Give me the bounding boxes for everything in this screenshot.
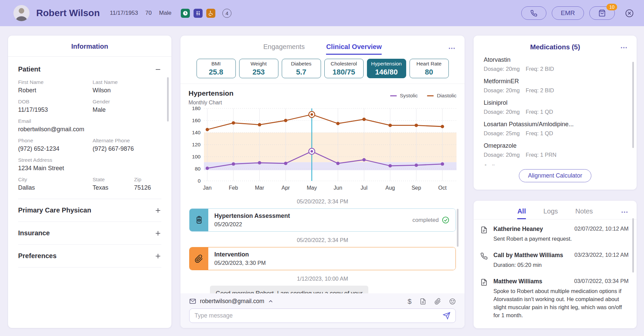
send-icon[interactable] [443,312,450,320]
entry-timestamp: 02/07/2022, 10:12 AM [575,226,629,233]
scrollbar-thumb[interactable] [457,209,459,247]
collapse-minus-icon[interactable] [155,66,161,73]
svg-text:160: 160 [192,117,201,123]
overflow-menu-icon[interactable] [621,208,629,216]
medications-list: Atorvastin Dosage: 20mg Freq: 2 BID Metf… [474,53,637,165]
field-label: Street Address [18,157,161,163]
chevron-up-icon[interactable] [268,299,273,304]
metric-value: 5.7 [296,68,307,77]
expand-plus-icon[interactable] [155,253,161,259]
info-section-row[interactable]: Preferences [18,245,161,268]
field-label: Gender [93,99,161,105]
intervention-card[interactable]: Intervention 05/20/2023, 3:30 PM [189,247,456,270]
medication-item[interactable]: Lisiniprol Dosage: 20mg Freq: 1 QD [484,99,627,115]
overflow-menu-icon[interactable] [448,44,456,52]
metric-chip[interactable]: Weight 253 [239,59,278,78]
expand-plus-icon[interactable] [155,230,161,237]
medication-name: MetforminER [484,78,627,85]
metric-chip[interactable]: BMI 25.8 [197,59,236,78]
metric-label: Cholesterol [331,61,357,67]
info-section-row[interactable]: Insurance [18,222,161,245]
activity-entry[interactable]: Matthew Williams 03/07/2022, 03:34 PM Sp… [480,278,629,320]
blood-pressure-chart[interactable]: 180160140120100800JanFebMarAprMayJunJulA… [189,106,457,191]
field-value: (972) 667-9876 [93,145,161,152]
scrollbar-thumb[interactable] [632,62,634,148]
entry-author: Call by Matthew Williams [493,252,563,259]
timeline-item: 05/20/2022, 3:34 PM Intervention 05/20/2… [189,237,456,270]
chart-legend: Systolic Diastolic [390,93,457,99]
information-title: Information [8,36,171,57]
avatar[interactable] [13,5,30,21]
info-section-row[interactable]: Primary Care Physican [18,199,161,222]
patient-field: First Name Robert [18,79,93,94]
field-value: 75126 [134,184,161,191]
activity-tab[interactable]: Notes [575,207,593,219]
metric-value: 25.8 [209,68,223,77]
metric-chip[interactable]: Hypertension 146/80 [367,59,406,78]
metric-chip[interactable]: Heart Rate 80 [410,59,449,78]
clinical-tab[interactable]: Engagements [263,43,305,55]
metric-value: 80 [425,68,433,77]
activity-tab[interactable]: All [517,207,526,219]
activity-entry[interactable]: Katherine Heaney 02/07/2022, 10:12 AM Se… [480,226,629,243]
compose-bar: robertwilson@gmail.com $ [180,293,465,328]
svg-text:Oct: Oct [438,185,447,191]
payment-icon[interactable]: $ [408,298,412,305]
overflow-menu-icon[interactable] [620,44,628,52]
entry-author: Matthew Williams [493,278,542,285]
close-icon[interactable] [625,9,634,18]
metric-chips: BMI 25.8 Weight 253 Diabetes 5.7 Cholest… [180,55,465,84]
flags-count-badge[interactable]: 4 [222,9,231,18]
activity-tab[interactable]: Logs [543,207,558,219]
scrollbar-thumb[interactable] [632,218,634,273]
mail-icon [189,298,196,305]
clinical-tabs: Engagements Clinical Overview [180,36,465,55]
medication-frequency: Freq: 1 QD [526,130,553,137]
timeline: 05/20/2022, 3:34 PM Hypertension Assessm… [180,192,465,293]
status-badge: completed [413,216,449,224]
expand-plus-icon[interactable] [155,207,161,214]
accessibility-status-icon[interactable] [206,9,215,18]
legend-label: Systolic [400,93,418,99]
timeline-timestamp: 1/12/2023, 10:00 AM [189,276,456,282]
medication-dosage: Dosage: 20mg [484,66,520,72]
field-label: Alternate Phone [93,138,161,144]
medication-frequency: Freq: 2 BID [526,87,554,94]
cart-count-badge: 10 [606,4,617,10]
medication-item[interactable]: Omeprazole Dosage: 20mg Freq: 1 PRN [484,142,627,158]
assessment-card[interactable]: Hypertension Assessment 05/20/2022 compl… [189,208,456,232]
patient-demographics: 11/17/1953 70 Male [110,10,172,16]
timeline-item: 1/12/2023, 10:00 AM Good morning Robert,… [189,276,456,293]
clock-status-icon[interactable] [181,9,190,18]
medication-item[interactable]: MetforminER Dosage: 20mg Freq: 2 BID [484,78,627,94]
field-label: Last Name [93,79,161,85]
activity-list: Katherine Heaney 02/07/2022, 10:12 AM Se… [474,220,637,328]
clinical-tab[interactable]: Clinical Overview [326,43,382,55]
medication-item[interactable]: Losartan Potassium/Amlodipine... Dosage:… [484,121,627,137]
metric-label: Weight [251,61,267,67]
patient-field: Street Address 1234 Main Street [18,157,161,172]
medication-dosage: Dosage: 20mg [484,109,520,115]
message-input[interactable] [195,312,443,319]
activity-entry[interactable]: Call by Matthew Williams 03/23/2022, 10:… [480,252,629,269]
patient-field: State Texas [93,177,134,191]
metric-chip[interactable]: Cholesterol 180/75 [324,59,364,78]
svg-text:Feb: Feb [229,185,238,191]
field-value: Wilson [93,87,161,94]
attachment-icon[interactable] [434,298,441,305]
section-title: Preferences [18,252,57,260]
family-status-icon[interactable] [194,9,203,18]
scrollbar-thumb[interactable] [167,77,169,122]
metric-chip[interactable]: Diabetes 5.7 [282,59,321,78]
alignment-calculator-button[interactable]: Alignment Calculator [519,169,591,182]
emoji-icon[interactable] [449,298,456,305]
emr-button[interactable]: EMR [552,6,584,20]
document-icon[interactable] [420,298,426,305]
cart-button[interactable]: 10 [589,6,615,20]
chart-section: Hypertension Monthly Chart Systolic Dias… [180,84,465,192]
call-button[interactable] [521,6,546,20]
svg-text:Jan: Jan [203,185,212,191]
field-value: Robert [18,87,93,94]
medication-item[interactable]: Atorvastin Dosage: 20mg Freq: 2 BID [484,56,627,72]
metric-label: Diabetes [291,61,311,67]
